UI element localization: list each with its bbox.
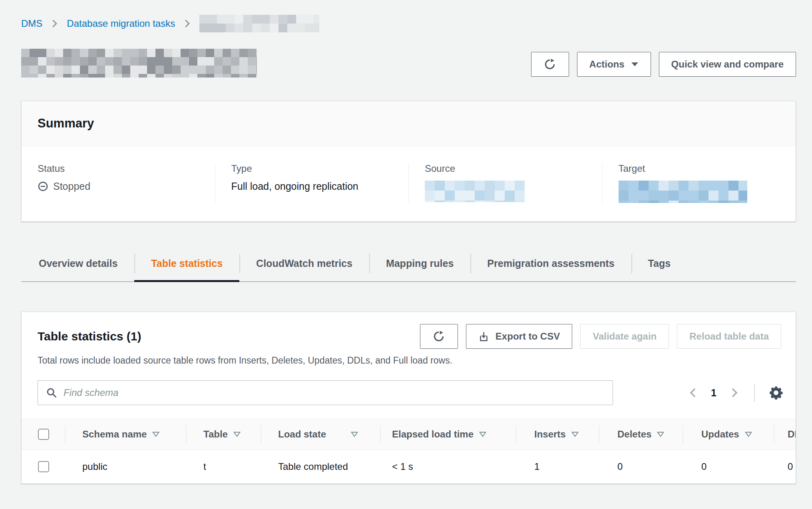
- column-header-elapsed-load-time[interactable]: Elapsed load time: [381, 419, 516, 449]
- table-statistics-panel: Table statistics (1) Export to CSV Valid…: [21, 312, 796, 484]
- cell-updates: 0: [683, 450, 774, 483]
- gear-icon: [768, 385, 784, 400]
- column-label: Schema name: [82, 429, 147, 440]
- summary-field-source: Source: [408, 163, 602, 203]
- cell-ddls: 0: [774, 450, 796, 483]
- table-controls: 1: [22, 366, 796, 419]
- select-all-cell: [22, 419, 66, 449]
- tab-cloudwatch-metrics[interactable]: CloudWatch metrics: [239, 248, 369, 281]
- tab-tags[interactable]: Tags: [631, 248, 688, 281]
- summary-body: Status Stopped Type Full load, ongoing r…: [22, 146, 796, 221]
- tab-bar: Overview details Table statistics CloudW…: [21, 248, 796, 282]
- tab-premigration-assessments[interactable]: Premigration assessments: [470, 248, 631, 281]
- row-select-cell: [22, 450, 66, 483]
- status-value: Stopped: [38, 181, 199, 192]
- validate-again-label: Validate again: [593, 331, 657, 342]
- column-header-updates[interactable]: Updates: [683, 419, 774, 449]
- table-settings-button[interactable]: [768, 385, 784, 400]
- table-refresh-button[interactable]: [420, 324, 458, 349]
- row-checkbox[interactable]: [38, 461, 49, 472]
- current-page-number[interactable]: 1: [709, 387, 719, 399]
- column-label: Load state: [278, 429, 326, 440]
- tab-overview-details[interactable]: Overview details: [21, 248, 134, 281]
- summary-panel: Summary Status Stopped Type Full load, o…: [21, 101, 796, 222]
- column-label: Deletes: [617, 429, 651, 440]
- column-header-load-state[interactable]: Load state: [261, 419, 381, 449]
- column-label: Updates: [701, 429, 739, 440]
- column-label: Inserts: [534, 429, 566, 440]
- page: DMS Database migration tasks Actions: [0, 0, 812, 509]
- download-icon: [478, 331, 489, 342]
- table-panel-title: Table statistics (1): [38, 330, 141, 343]
- type-value: Full load, ongoing replication: [231, 181, 393, 192]
- page-title-redacted: [21, 49, 257, 78]
- tab-mapping-rules[interactable]: Mapping rules: [369, 248, 470, 281]
- table-panel-description: Total rows include loaded source table r…: [22, 349, 796, 366]
- breadcrumb-link-tasks[interactable]: Database migration tasks: [67, 18, 175, 29]
- sort-icon: [571, 431, 579, 437]
- column-header-table[interactable]: Table: [187, 419, 261, 449]
- sort-icon: [351, 431, 358, 437]
- table-panel-header: Table statistics (1) Export to CSV Valid…: [22, 312, 796, 349]
- cell-schema-name: public: [66, 450, 187, 483]
- breadcrumb: DMS Database migration tasks: [21, 14, 796, 33]
- refresh-icon: [433, 330, 445, 342]
- sort-icon: [233, 431, 241, 437]
- column-label: Table: [203, 429, 228, 440]
- refresh-button[interactable]: [531, 52, 569, 77]
- cell-elapsed-load-time: < 1 s: [381, 450, 516, 483]
- cell-deletes: 0: [599, 450, 683, 483]
- export-to-csv-button[interactable]: Export to CSV: [466, 324, 572, 349]
- table-row: public t Table completed < 1 s 1 0 0 0: [22, 450, 796, 483]
- page-header: Actions Quick view and compare: [21, 43, 796, 78]
- validate-again-button[interactable]: Validate again: [580, 324, 669, 349]
- target-label: Target: [619, 163, 780, 174]
- reload-table-data-label: Reload table data: [689, 331, 769, 342]
- column-label: Elapsed load time: [392, 429, 474, 440]
- tab-table-statistics[interactable]: Table statistics: [134, 248, 239, 281]
- next-page-button[interactable]: [728, 385, 740, 400]
- summary-field-target: Target: [602, 163, 796, 203]
- sort-icon: [745, 431, 752, 437]
- target-link-redacted[interactable]: [619, 181, 747, 203]
- actions-button-label: Actions: [589, 59, 625, 70]
- caret-down-icon: [631, 62, 639, 67]
- breadcrumb-link-dms[interactable]: DMS: [21, 18, 42, 29]
- cell-inserts: 1: [516, 450, 599, 483]
- table-panel-actions: Export to CSV Validate again Reload tabl…: [420, 324, 781, 349]
- summary-field-status: Status Stopped: [22, 163, 215, 203]
- refresh-icon: [544, 58, 556, 70]
- search-input[interactable]: [64, 387, 605, 398]
- quick-view-compare-label: Quick view and compare: [671, 59, 784, 70]
- column-label: DDLs: [788, 429, 796, 440]
- quick-view-compare-button[interactable]: Quick view and compare: [659, 52, 796, 77]
- schema-search: [38, 380, 613, 405]
- chevron-left-icon: [689, 387, 697, 399]
- search-icon: [46, 387, 57, 398]
- chevron-right-icon: [184, 18, 191, 29]
- column-header-ddls[interactable]: DDLs: [774, 419, 796, 449]
- column-header-deletes[interactable]: Deletes: [599, 419, 683, 449]
- source-label: Source: [425, 163, 586, 174]
- summary-title: Summary: [38, 116, 780, 131]
- column-header-inserts[interactable]: Inserts: [516, 419, 599, 449]
- chevron-right-icon: [51, 18, 58, 29]
- breadcrumb-current-redacted: [199, 15, 319, 32]
- status-text: Stopped: [53, 181, 90, 192]
- summary-panel-header: Summary: [22, 101, 796, 146]
- sort-icon: [152, 431, 159, 437]
- previous-page-button[interactable]: [687, 385, 699, 400]
- column-header-schema-name[interactable]: Schema name: [66, 419, 187, 449]
- sort-icon: [479, 431, 486, 437]
- header-actions: Actions Quick view and compare: [531, 52, 796, 77]
- summary-field-type: Type Full load, ongoing replication: [215, 163, 409, 203]
- pagination-divider: [754, 384, 755, 402]
- reload-table-data-button[interactable]: Reload table data: [677, 324, 781, 349]
- cell-load-state: Table completed: [261, 450, 381, 483]
- status-label: Status: [38, 163, 199, 174]
- select-all-checkbox[interactable]: [38, 429, 49, 440]
- actions-button[interactable]: Actions: [577, 52, 651, 77]
- export-to-csv-label: Export to CSV: [496, 331, 560, 342]
- sort-icon: [657, 431, 664, 437]
- source-link-redacted[interactable]: [425, 181, 525, 202]
